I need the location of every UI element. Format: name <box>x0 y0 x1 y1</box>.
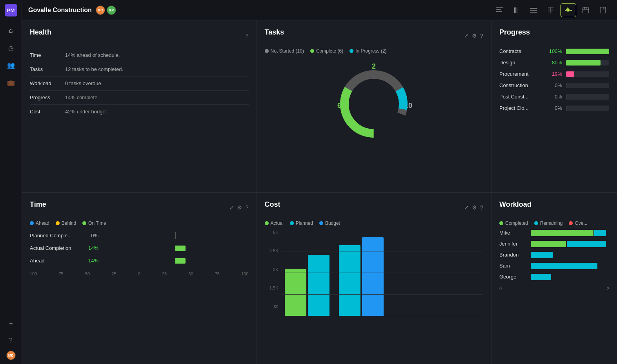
donut-chart: 2 6 10 <box>323 58 425 144</box>
time-help-icon[interactable]: ? <box>246 204 249 211</box>
george-remaining-bar <box>531 274 551 280</box>
tasks-help-icon[interactable]: ? <box>480 33 483 39</box>
post-const-bar-bg <box>566 94 609 100</box>
mike-completed-bar <box>531 230 593 236</box>
progress-row-construction: Construction 0% <box>499 82 609 88</box>
cost-header: Cost ⤢ ⚙ ? <box>265 200 484 215</box>
jennifer-completed-bar <box>531 241 566 247</box>
procurement-bar-fill <box>566 71 574 77</box>
health-view-btn[interactable] <box>561 3 576 17</box>
workload-legend-over: Ove... <box>569 220 587 226</box>
project-title: Govalle Construction <box>28 7 92 14</box>
jennifer-remaining-bar <box>567 241 606 247</box>
progress-header: Progress <box>499 28 609 43</box>
mike-remaining-bar <box>594 230 606 236</box>
actual-label: Actual Completion <box>30 245 81 251</box>
progress-row-procurement: Procurement 19% <box>499 71 609 77</box>
health-row-workload: Workload 0 tasks overdue. <box>30 76 249 91</box>
procurement-label: Procurement <box>499 71 542 77</box>
complete-dot <box>310 49 314 53</box>
cost-title: Cost <box>265 200 280 209</box>
cost-expand-icon[interactable]: ⤢ <box>464 204 469 211</box>
table-view-btn[interactable] <box>543 3 559 17</box>
list-view-btn[interactable] <box>491 3 507 17</box>
contracts-bar-bg <box>566 49 609 54</box>
time-row-ahead: Ahead 14% <box>30 257 249 264</box>
actual-dot <box>265 221 269 225</box>
workload-header: Workload <box>499 200 609 215</box>
time-bar-rows: Planned Comple... 0% Actual Completion 1… <box>30 232 249 264</box>
construction-label: Construction <box>499 82 542 88</box>
user-avatar[interactable]: ME <box>6 351 16 360</box>
workload-legend: Completed Remaining Ove... <box>499 220 609 226</box>
cost-bar-group-2 <box>339 237 384 316</box>
cost-legend-planned: Planned <box>290 220 313 226</box>
avatar-mr[interactable]: MR <box>96 5 105 15</box>
contracts-bar-fill <box>566 49 609 54</box>
ahead-pct: 14% <box>85 258 98 264</box>
progress-row-post-const: Post Const... 0% <box>499 94 609 100</box>
planned-bar-right <box>175 232 248 239</box>
health-workload-label: Workload <box>30 80 65 86</box>
svg-rect-17 <box>600 7 606 13</box>
actual-bar-fill <box>175 246 186 251</box>
cost-legend: Actual Planned Budget <box>265 220 484 226</box>
sidebar-help[interactable]: ? <box>4 333 18 348</box>
george-bars <box>531 274 609 280</box>
health-cost-value: 42% under budget. <box>65 109 108 115</box>
time-header: Time ⤢ ⚙ ? <box>30 200 249 215</box>
health-row-time: Time 14% ahead of schedule. <box>30 48 249 62</box>
time-expand-icon[interactable]: ⤢ <box>229 204 234 211</box>
sidebar-team[interactable]: 👥 <box>4 58 18 72</box>
ahead-bar-container <box>102 257 249 264</box>
svg-rect-3 <box>514 7 515 13</box>
sidebar-work[interactable]: 💼 <box>4 75 18 89</box>
progress-panel: Progress Contracts 100% Design 80% <box>491 20 617 192</box>
planned-bar-fill <box>175 232 176 239</box>
construction-bar-bg <box>566 83 609 88</box>
brandon-bars <box>531 252 609 258</box>
calendar-view-btn[interactable] <box>578 3 593 17</box>
content-grid: Health ? Time 14% ahead of schedule. Tas… <box>22 20 617 364</box>
time-legend-on-time: On Time <box>82 220 106 226</box>
sidebar-home[interactable]: ⌂ <box>4 24 18 38</box>
actual-bar-container <box>102 245 249 252</box>
svg-rect-7 <box>530 10 537 11</box>
health-help-icon[interactable]: ? <box>246 33 249 39</box>
actual-bar-left <box>102 245 175 252</box>
construction-pct: 0% <box>546 82 562 88</box>
board-view-btn[interactable] <box>526 3 542 17</box>
svg-rect-8 <box>530 12 537 13</box>
design-bar-fill <box>566 60 601 66</box>
time-title: Time <box>30 200 46 209</box>
svg-rect-2 <box>496 11 502 12</box>
jennifer-name: Jennifer <box>499 241 527 247</box>
design-pct: 80% <box>546 60 562 66</box>
cost-help-icon[interactable]: ? <box>480 204 483 211</box>
sam-name: Sam <box>499 263 527 269</box>
tasks-icons: ⤢ ⚙ ? <box>464 33 483 39</box>
sidebar-history[interactable]: ◷ <box>4 41 18 55</box>
app-logo[interactable]: PM <box>5 4 17 16</box>
cost-chart-inner <box>281 230 484 316</box>
health-cost-label: Cost <box>30 109 65 115</box>
tasks-expand-icon[interactable]: ⤢ <box>464 33 469 39</box>
files-view-btn[interactable] <box>595 3 611 17</box>
gantt-view-btn[interactable] <box>509 3 524 17</box>
tasks-settings-icon[interactable]: ⚙ <box>472 33 477 39</box>
progress-row-contracts: Contracts 100% <box>499 48 609 54</box>
time-row-actual: Actual Completion 14% <box>30 245 249 252</box>
topbar: Govalle Construction MR GP <box>22 0 617 20</box>
sidebar-add[interactable]: ＋ <box>4 316 18 330</box>
actual-pct: 14% <box>85 245 98 251</box>
mike-name: Mike <box>499 230 527 236</box>
over-dot <box>569 221 573 225</box>
time-settings-icon[interactable]: ⚙ <box>237 204 242 211</box>
cost-bars-area <box>281 230 484 316</box>
time-icons: ⤢ ⚙ ? <box>229 204 249 211</box>
health-tasks-label: Tasks <box>30 66 65 72</box>
legend-in-progress: In Progress (2) <box>349 48 386 54</box>
avatar-gp[interactable]: GP <box>107 5 116 15</box>
cost-settings-icon[interactable]: ⚙ <box>472 204 477 211</box>
behind-dot <box>56 221 60 225</box>
